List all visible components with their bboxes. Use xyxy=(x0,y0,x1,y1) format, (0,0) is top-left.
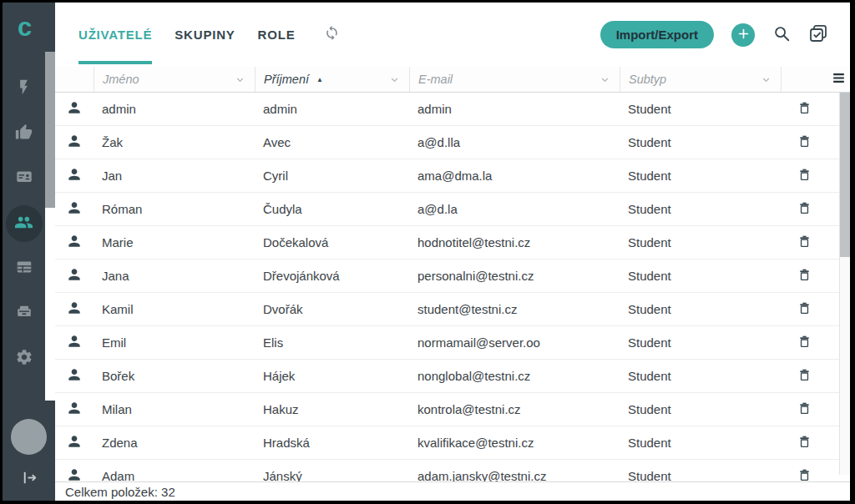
table-row[interactable]: Bořek Hájek nonglobal@testni.cz Student xyxy=(55,360,850,393)
search-icon xyxy=(772,24,791,45)
table-row[interactable]: Marie Dočekalová hodnotitel@testni.cz St… xyxy=(55,226,850,260)
filter-prijmeni-label: Příjmení xyxy=(264,73,309,86)
cell-jmeno: Zdena xyxy=(94,436,255,450)
cell-prijmeni: Avec xyxy=(255,135,409,149)
cell-subtyp: Student xyxy=(620,369,781,383)
table-scrollbar-thumb[interactable] xyxy=(840,93,850,257)
settings-icon xyxy=(15,348,33,370)
table-scrollbar[interactable] xyxy=(839,93,850,475)
delete-button[interactable] xyxy=(795,165,814,187)
cell-jmeno: Jan xyxy=(94,169,255,183)
table-footer: Celkem položek: 32 xyxy=(55,481,850,501)
filter-email[interactable]: E-mail xyxy=(409,67,620,92)
filter-prijmeni[interactable]: Příjmení ▲ xyxy=(255,67,409,92)
select-copy-icon xyxy=(808,23,828,46)
cell-jmeno: Marie xyxy=(94,235,255,249)
sidebar-item-table[interactable] xyxy=(3,246,45,291)
sidebar-scrollbar[interactable] xyxy=(45,52,55,401)
tab-role[interactable]: ROLE xyxy=(258,3,296,67)
logout-button[interactable] xyxy=(3,468,55,491)
app-window: c xyxy=(3,3,850,501)
delete-button[interactable] xyxy=(795,365,814,387)
tab-skupiny[interactable]: SKUPINY xyxy=(175,3,235,67)
sidebar-item-users[interactable] xyxy=(3,201,45,246)
table-icon xyxy=(15,258,33,280)
person-icon xyxy=(66,233,83,252)
delete-button[interactable] xyxy=(795,232,814,254)
sidebar-item-id-card[interactable] xyxy=(3,156,45,201)
refresh-button[interactable] xyxy=(324,3,340,67)
person-icon xyxy=(66,466,83,481)
search-button[interactable] xyxy=(772,24,791,45)
table-row[interactable]: admin admin admin Student xyxy=(55,93,850,126)
trash-icon xyxy=(797,367,812,386)
filter-subtyp[interactable]: Subtyp xyxy=(620,67,781,92)
delete-button[interactable] xyxy=(795,98,814,120)
table-row[interactable]: Jan Cyril ama@dma.la Student xyxy=(55,159,850,193)
chevron-down-icon[interactable] xyxy=(760,73,772,86)
sidebar-item-settings[interactable] xyxy=(3,336,45,381)
flash-icon xyxy=(15,78,33,99)
filter-email-label: E-mail xyxy=(418,73,453,86)
add-button[interactable] xyxy=(731,23,755,47)
table-row[interactable]: Jana Dřevojánková personalni@testni.cz S… xyxy=(55,260,850,293)
sidebar-item-flash[interactable] xyxy=(3,66,45,111)
sidebar-scrollbar-thumb[interactable] xyxy=(45,52,55,208)
cell-prijmeni: Dřevojánková xyxy=(255,269,409,283)
cell-subtyp: Student xyxy=(620,302,781,316)
trash-icon xyxy=(797,434,812,452)
cell-subtyp: Student xyxy=(620,402,781,416)
table-row[interactable]: Zdena Hradská kvalifikace@testni.cz Stud… xyxy=(55,426,850,460)
import-export-button[interactable]: Import/Export xyxy=(600,21,714,48)
sidebar-item-archive[interactable] xyxy=(3,291,45,336)
cell-jmeno: Emil xyxy=(94,335,255,350)
delete-button[interactable] xyxy=(795,199,814,220)
table-header: Jméno Příjmení ▲ E-mail xyxy=(55,67,850,93)
person-icon xyxy=(66,166,83,185)
delete-button[interactable] xyxy=(795,332,814,354)
chevron-down-icon[interactable] xyxy=(388,73,401,86)
cell-email: a@d.la xyxy=(409,202,620,216)
user-avatar[interactable] xyxy=(11,419,47,455)
users-icon xyxy=(14,213,33,235)
table-menu-button[interactable] xyxy=(827,67,850,92)
delete-button[interactable] xyxy=(795,466,814,482)
table-row[interactable]: Žak Avec a@d.lla Student xyxy=(55,126,850,159)
person-icon xyxy=(66,400,83,419)
sidebar-item-thumb-up[interactable] xyxy=(3,111,45,156)
cell-subtyp: Student xyxy=(620,235,781,249)
sort-asc-icon: ▲ xyxy=(316,76,323,83)
main-area: UŽIVATELÉ SKUPINY ROLE Import/Export xyxy=(55,3,850,501)
table-row[interactable]: Milan Hakuz kontrola@testni.cz Student xyxy=(55,393,850,426)
table-row[interactable]: Kamil Dvořák student@testni.cz Student xyxy=(55,293,850,326)
multi-select-button[interactable] xyxy=(808,23,828,46)
cell-subtyp: Student xyxy=(620,135,781,149)
trash-icon xyxy=(797,234,812,252)
delete-button[interactable] xyxy=(795,432,814,454)
delete-button[interactable] xyxy=(795,399,814,421)
cell-subtyp: Student xyxy=(620,169,781,183)
archive-icon xyxy=(15,303,33,325)
trash-icon xyxy=(797,267,812,285)
cell-email: student@testni.cz xyxy=(409,302,620,316)
topbar: UŽIVATELÉ SKUPINY ROLE Import/Export xyxy=(55,3,850,67)
chevron-down-icon[interactable] xyxy=(234,73,246,86)
trash-icon xyxy=(797,401,812,419)
trash-icon xyxy=(797,200,812,219)
table-row[interactable]: Róman Čudyla a@d.la Student xyxy=(55,193,850,226)
tab-uzivatele[interactable]: UŽIVATELÉ xyxy=(78,3,152,67)
cell-prijmeni: admin xyxy=(255,102,409,116)
trash-icon xyxy=(797,334,812,352)
person-icon xyxy=(66,133,83,152)
cell-jmeno: Jana xyxy=(94,269,255,283)
table-row[interactable]: Adam Jánský adam.jansky@testni.cz Studen… xyxy=(55,460,850,481)
delete-button[interactable] xyxy=(795,132,814,154)
cell-jmeno: Róman xyxy=(94,202,255,216)
table-row[interactable]: Emil Elis normamail@server.oo Student xyxy=(55,326,850,360)
chevron-down-icon[interactable] xyxy=(599,73,611,86)
delete-button[interactable] xyxy=(795,265,814,287)
sidebar: c xyxy=(3,3,55,501)
person-icon xyxy=(66,433,83,452)
filter-jmeno[interactable]: Jméno xyxy=(94,67,255,92)
delete-button[interactable] xyxy=(795,299,814,320)
